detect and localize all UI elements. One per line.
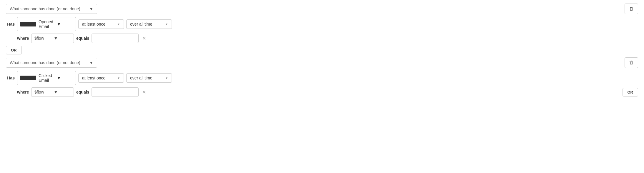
chevron-down-icon-1: ▼ — [89, 6, 93, 11]
time-label-1: over all time — [130, 22, 163, 26]
what-done-select-1[interactable]: What someone has done (or not done) ▼ — [6, 4, 97, 14]
time-label-2: over all time — [130, 76, 163, 80]
where-row-1: where $flow ▼ equals ✕ — [17, 34, 638, 43]
equals-input-2[interactable] — [92, 87, 139, 97]
equals-label-1: equals — [76, 36, 89, 41]
where-row-2: where $flow ▼ equals ✕ OR — [17, 87, 638, 97]
frequency-chevron-icon-2: ▼ — [117, 76, 120, 80]
trash-icon-1: 🗑 — [629, 6, 634, 11]
event-icon-2 — [20, 76, 36, 80]
flow-chevron-icon-2: ▼ — [54, 90, 71, 94]
condition-header-1: What someone has done (or not done) ▼ 🗑 — [6, 4, 638, 14]
condition-header-2: What someone has done (or not done) ▼ 🗑 — [6, 57, 638, 68]
flow-chevron-icon-1: ▼ — [54, 36, 71, 41]
or-line — [24, 50, 638, 50]
or-button[interactable]: OR — [6, 46, 22, 54]
where-label-2: where — [17, 90, 29, 94]
frequency-select-2[interactable]: at least once ▼ — [78, 73, 124, 83]
what-done-label-2: What someone has done (or not done) — [10, 60, 80, 65]
has-label-1: Has — [6, 22, 15, 26]
flow-label-1: $flow — [34, 36, 52, 41]
time-chevron-icon-2: ▼ — [165, 76, 168, 80]
event-label-2: Clicked Email — [39, 73, 54, 83]
clear-button-2[interactable]: ✕ — [141, 89, 147, 95]
event-select-2[interactable]: Clicked Email ▼ — [17, 71, 76, 85]
has-row-2: Has Clicked Email ▼ at least once ▼ over… — [6, 71, 638, 85]
what-done-label-1: What someone has done (or not done) — [10, 6, 80, 11]
where-label-1: where — [17, 36, 29, 41]
frequency-chevron-icon-1: ▼ — [117, 23, 120, 26]
event-select-1[interactable]: Opened Email ▼ — [17, 17, 76, 31]
flow-select-2[interactable]: $flow ▼ — [31, 87, 74, 97]
flow-label-2: $flow — [34, 90, 52, 94]
frequency-label-1: at least once — [82, 22, 115, 26]
time-select-2[interactable]: over all time ▼ — [126, 73, 172, 83]
time-chevron-icon-1: ▼ — [165, 23, 168, 26]
event-chevron-icon-1: ▼ — [57, 22, 73, 26]
delete-button-1[interactable]: 🗑 — [625, 4, 638, 14]
has-label-2: Has — [6, 76, 15, 80]
trash-icon-2: 🗑 — [629, 60, 634, 65]
delete-button-2[interactable]: 🗑 — [625, 57, 638, 68]
frequency-label-2: at least once — [82, 76, 115, 80]
time-select-1[interactable]: over all time ▼ — [126, 19, 172, 29]
chevron-down-icon-2: ▼ — [89, 60, 93, 65]
equals-label-2: equals — [76, 90, 89, 94]
has-row-1: Has Opened Email ▼ at least once ▼ over … — [6, 17, 638, 31]
flow-select-1[interactable]: $flow ▼ — [31, 34, 74, 43]
condition-block-1: What someone has done (or not done) ▼ 🗑 … — [6, 4, 638, 43]
bottom-or-button[interactable]: OR — [623, 88, 638, 97]
frequency-select-1[interactable]: at least once ▼ — [78, 19, 124, 29]
or-divider: OR — [6, 46, 638, 54]
condition-block-2: What someone has done (or not done) ▼ 🗑 … — [6, 57, 638, 97]
event-icon-1 — [20, 22, 36, 26]
equals-input-1[interactable] — [92, 34, 139, 43]
clear-button-1[interactable]: ✕ — [141, 36, 147, 41]
what-done-select-2[interactable]: What someone has done (or not done) ▼ — [6, 58, 97, 68]
event-label-1: Opened Email — [39, 19, 54, 29]
event-chevron-icon-2: ▼ — [57, 76, 73, 80]
